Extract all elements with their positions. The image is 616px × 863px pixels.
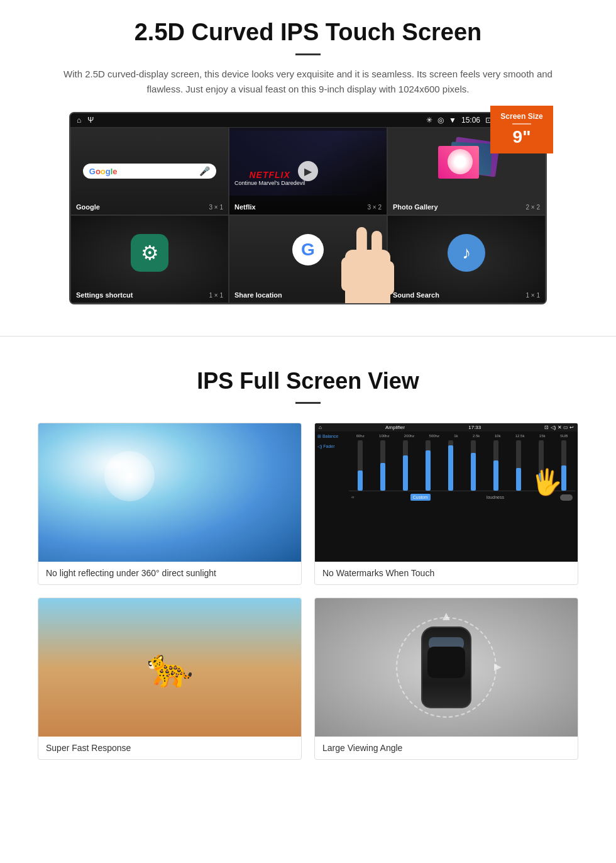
- netflix-brand: NETFLIX Continue Marvel's Daredevil: [234, 170, 305, 186]
- amp-bar-2: [380, 440, 385, 491]
- sunlight-bg: [38, 423, 301, 562]
- ips-item-sunlight: No light reflecting under 360° direct su…: [38, 423, 302, 585]
- amp-home-icon: ⌂: [319, 425, 322, 430]
- amp-bar-6: [471, 440, 476, 491]
- car-top-view: [421, 626, 471, 708]
- amplifier-image: ⌂ Amplifier 17:33 ⊡ ◁) ✕ ▭ ↩ ⊞ Balance ◁…: [315, 423, 578, 562]
- screen-size-badge: Screen Size 9": [490, 106, 553, 153]
- cheetah-icon: 🐆: [146, 645, 194, 690]
- device-screen: ⌂ Ψ ✳ ◎ ▼ 15:06 ⊡ ◁) ✕ ▭ ↩: [69, 112, 547, 304]
- gallery-label: Photo Gallery: [393, 203, 438, 211]
- section-divider: [0, 336, 616, 337]
- amp-nav-prev[interactable]: ‹‹: [351, 495, 355, 499]
- netflix-logo-text: NETFLIX: [234, 170, 305, 180]
- amp-hand-icon: 🖐: [531, 467, 563, 497]
- app-cell-settings[interactable]: ⚙ Settings shortcut 1 × 1: [70, 215, 229, 303]
- app-grid-bottom: ⚙ Settings shortcut 1 × 1 G: [70, 215, 546, 303]
- amp-bar-3: [403, 440, 408, 491]
- badge-title: Screen Size: [497, 112, 547, 121]
- svg-rect-3: [341, 257, 352, 291]
- sound-icon-wrapper: ♪: [448, 234, 485, 272]
- app-cell-sound[interactable]: ♪ Sound Search 1 × 1: [387, 215, 546, 303]
- amp-bar-4: [426, 440, 431, 491]
- amp-main: 60hz100hz200hz500hz 1k2.5k10k12.5k15kSUB: [346, 432, 578, 562]
- gallery-card-3: [438, 146, 479, 179]
- amp-status-bar: ⌂ Amplifier 17:33 ⊡ ◁) ✕ ▭ ↩: [315, 423, 578, 432]
- amp-loudness-label: loudness: [487, 495, 504, 499]
- ips-item-car: ▲ ▲ Large Viewing Angle: [314, 598, 578, 760]
- section2-underline: [295, 402, 321, 404]
- sound-label: Sound Search: [393, 291, 439, 299]
- amp-sidebar: ⊞ Balance ◁) Fader: [315, 432, 346, 562]
- netflix-label: Netflix: [234, 203, 256, 211]
- google-g-icon: G: [292, 234, 324, 265]
- balance-label: ⊞ Balance: [317, 434, 344, 439]
- sunlight-caption: No light reflecting under 360° direct su…: [38, 562, 301, 584]
- car-image: ▲ ▲: [315, 598, 578, 737]
- amplifier-caption: No Watermarks When Touch: [315, 562, 578, 584]
- home-icon[interactable]: ⌂: [77, 116, 81, 125]
- gallery-size: 2 × 2: [525, 204, 540, 211]
- music-note-icon: ♪: [462, 243, 471, 263]
- amp-bar-7: [493, 440, 498, 491]
- app-cell-netflix[interactable]: ▶ NETFLIX Continue Marvel's Daredevil Ne…: [229, 127, 387, 215]
- device-container: Screen Size 9" ⌂ Ψ ✳ ◎ ▼ 15:06 ⊡ ◁) ✕: [69, 112, 547, 304]
- bluetooth-icon: ✳: [426, 116, 432, 125]
- amplifier-bg: ⌂ Amplifier 17:33 ⊡ ◁) ✕ ▭ ↩ ⊞ Balance ◁…: [315, 423, 578, 562]
- share-size: 1 × 1: [367, 292, 382, 299]
- settings-icon-wrapper: ⚙: [131, 234, 168, 272]
- badge-size: 9": [497, 127, 547, 147]
- time-display: 15:06: [461, 116, 480, 125]
- netflix-size: 3 × 2: [367, 204, 382, 211]
- amp-time: 17:33: [468, 425, 481, 430]
- mic-icon[interactable]: 🎤: [199, 166, 210, 176]
- amp-bar-8: [516, 440, 521, 491]
- title-underline: [295, 53, 321, 55]
- google-size: 3 × 1: [209, 204, 223, 211]
- settings-gear-icon: ⚙: [141, 241, 159, 265]
- cheetah-caption: Super Fast Response: [38, 737, 301, 759]
- cheetah-image: 🐆: [38, 598, 301, 737]
- ips-item-amplifier: ⌂ Amplifier 17:33 ⊡ ◁) ✕ ▭ ↩ ⊞ Balance ◁…: [314, 423, 578, 585]
- sunlight-image: [38, 423, 301, 562]
- cheetah-bg: 🐆: [38, 598, 301, 737]
- car-arrow-top: ▲: [440, 609, 453, 623]
- amp-content: ⊞ Balance ◁) Fader 60hz100hz200hz500hz 1…: [315, 432, 578, 562]
- amp-custom-label: Custom: [410, 494, 431, 501]
- netflix-subtitle: Continue Marvel's Daredevil: [234, 180, 305, 186]
- google-label: Google: [76, 203, 100, 211]
- app-cell-google[interactable]: Google 🎤 Google 3 × 1: [70, 127, 229, 215]
- gallery-stack: [435, 140, 498, 190]
- settings-size: 1 × 1: [209, 292, 223, 299]
- ips-item-cheetah: 🐆 Super Fast Response: [38, 598, 302, 760]
- svg-rect-1: [356, 227, 367, 265]
- section1: 2.5D Curved IPS Touch Screen With 2.5D c…: [0, 0, 616, 317]
- ips-grid: No light reflecting under 360° direct su…: [38, 423, 578, 760]
- settings-label: Settings shortcut: [76, 291, 133, 299]
- wifi-icon: ▼: [449, 116, 456, 125]
- car-caption: Large Viewing Angle: [315, 737, 578, 759]
- badge-divider: [512, 123, 531, 125]
- app-cell-share[interactable]: G Share location 1 × 1: [229, 215, 387, 303]
- car-arrow-right: ▲: [492, 661, 506, 674]
- share-label: Share location: [234, 291, 282, 299]
- google-search-bar[interactable]: Google 🎤: [83, 164, 217, 179]
- location-icon: ◎: [437, 116, 444, 125]
- sound-size: 1 × 1: [525, 292, 540, 299]
- app-grid: Google 🎤 Google 3 × 1 ▶ NETFLIX Continue…: [70, 127, 546, 215]
- section2-title: IPS Full Screen View: [38, 368, 578, 394]
- car-bg: ▲ ▲: [315, 598, 578, 737]
- amp-labels: 60hz100hz200hz500hz 1k2.5k10k12.5k15kSUB: [349, 434, 575, 438]
- fader-label: ◁) Fader: [317, 444, 344, 449]
- amp-bar-1: [358, 440, 363, 491]
- flower-image: [448, 149, 473, 174]
- section2: IPS Full Screen View No light reflecting…: [0, 355, 616, 779]
- status-bar: ⌂ Ψ ✳ ◎ ▼ 15:06 ⊡ ◁) ✕ ▭ ↩: [70, 113, 546, 127]
- svg-rect-2: [371, 231, 382, 269]
- sun-glow: [104, 451, 155, 501]
- main-title: 2.5D Curved IPS Touch Screen: [38, 19, 578, 46]
- amp-bars: 🖐: [349, 440, 575, 491]
- google-logo: Google: [89, 167, 118, 176]
- usb-icon: Ψ: [87, 116, 94, 125]
- section1-desc: With 2.5D curved-display screen, this de…: [63, 67, 553, 97]
